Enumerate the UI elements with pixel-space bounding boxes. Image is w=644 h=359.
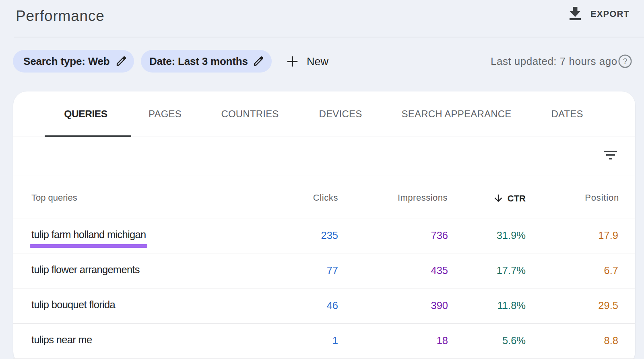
svg-text:?: ?	[623, 57, 627, 66]
